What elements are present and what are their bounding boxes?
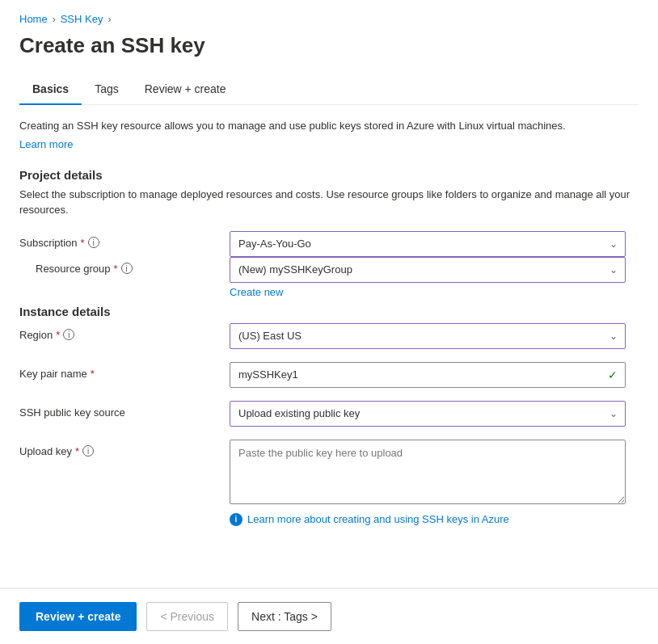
region-required: *: [56, 329, 60, 341]
page-title: Create an SSH key: [19, 33, 639, 58]
ssh-info-icon: i: [230, 513, 243, 526]
previous-button[interactable]: < Previous: [146, 602, 228, 631]
breadcrumb-ssh-key[interactable]: SSH Key: [61, 13, 103, 25]
breadcrumb-sep-1: ›: [53, 14, 56, 25]
upload-key-control: i Learn more about creating and using SS…: [230, 440, 626, 526]
upload-key-info-icon[interactable]: i: [82, 445, 94, 457]
create-new-link[interactable]: Create new: [230, 286, 626, 298]
breadcrumb-sep-2: ›: [108, 14, 111, 25]
tab-review-create[interactable]: Review + create: [132, 74, 239, 105]
breadcrumb-home[interactable]: Home: [19, 13, 48, 25]
region-label: Region * i: [19, 323, 230, 341]
key-pair-name-control: ✓: [230, 362, 626, 388]
tab-basics[interactable]: Basics: [19, 74, 82, 105]
ssh-learn-more-row: i Learn more about creating and using SS…: [230, 513, 626, 526]
instance-details-title: Instance details: [19, 305, 639, 318]
resource-group-label: Resource group * i: [19, 257, 230, 275]
region-dropdown-wrapper: (US) East US ⌄: [230, 323, 626, 349]
subscription-label: Subscription * i: [19, 231, 230, 249]
tab-tags[interactable]: Tags: [82, 74, 132, 105]
ssh-source-dropdown-wrapper: Upload existing public key Generate new …: [230, 401, 626, 427]
project-details-title: Project details: [19, 168, 639, 182]
key-pair-name-label: Key pair name *: [19, 362, 230, 380]
subscription-control: Pay-As-You-Go ⌄: [230, 231, 626, 257]
footer: Review + create < Previous Next : Tags >: [0, 588, 658, 644]
breadcrumb: Home › SSH Key ›: [19, 13, 639, 25]
region-control: (US) East US ⌄: [230, 323, 626, 349]
key-pair-name-input[interactable]: [230, 362, 626, 388]
subscription-info-icon[interactable]: i: [88, 237, 99, 248]
subscription-dropdown-wrapper: Pay-As-You-Go ⌄: [230, 231, 626, 257]
key-pair-name-input-wrapper: ✓: [230, 362, 626, 388]
upload-key-textarea[interactable]: [230, 440, 626, 504]
ssh-source-control: Upload existing public key Generate new …: [230, 401, 626, 427]
next-button[interactable]: Next : Tags >: [238, 602, 331, 631]
basics-description: Creating an SSH key resource allows you …: [19, 118, 639, 134]
ssh-source-dropdown[interactable]: Upload existing public key Generate new …: [230, 401, 626, 427]
subscription-required: *: [81, 237, 85, 249]
upload-key-label: Upload key * i: [19, 440, 230, 457]
ssh-source-label: SSH public key source: [19, 401, 230, 419]
subscription-dropdown[interactable]: Pay-As-You-Go: [230, 231, 626, 257]
learn-more-link[interactable]: Learn more: [19, 138, 73, 150]
key-pair-name-check-icon: ✓: [608, 368, 618, 381]
project-details-description: Select the subscription to manage deploy…: [19, 187, 639, 218]
ssh-learn-more-link[interactable]: Learn more about creating and using SSH …: [247, 513, 509, 525]
upload-key-required: *: [75, 445, 79, 457]
region-dropdown[interactable]: (US) East US: [230, 323, 626, 349]
resource-group-control: (New) mySSHKeyGroup ⌄ Create new: [230, 257, 626, 298]
key-pair-name-required: *: [91, 368, 95, 380]
resource-group-dropdown[interactable]: (New) mySSHKeyGroup: [230, 257, 626, 283]
resource-group-info-icon[interactable]: i: [121, 263, 133, 274]
resource-group-dropdown-wrapper: (New) mySSHKeyGroup ⌄: [230, 257, 626, 283]
tabs-container: Basics Tags Review + create: [19, 74, 639, 105]
region-info-icon[interactable]: i: [63, 329, 74, 340]
review-create-button[interactable]: Review + create: [19, 602, 137, 631]
resource-group-required: *: [114, 263, 118, 275]
